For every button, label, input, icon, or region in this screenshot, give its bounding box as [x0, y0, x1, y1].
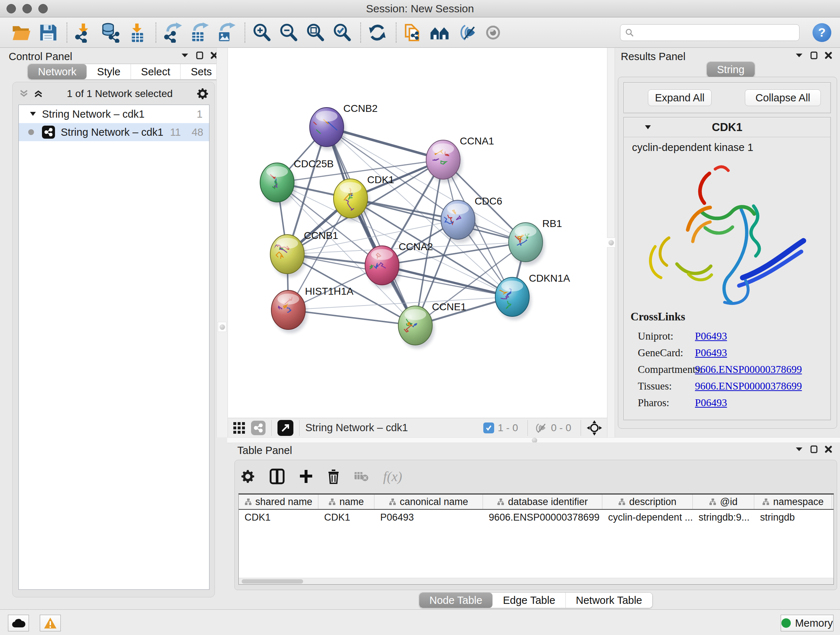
detach-view-icon[interactable] — [278, 420, 294, 436]
network-collection-count: 1 — [197, 108, 202, 120]
node-label-hist1h1a: HIST1H1A — [305, 286, 354, 297]
crosslink-value-link[interactable]: 9606.ENSP00000378699 — [695, 380, 802, 392]
add-column-icon[interactable] — [299, 469, 313, 484]
table-row[interactable]: CDK1CDK1P064939606.ENSP00000378699cyclin… — [239, 510, 834, 525]
search-input[interactable] — [620, 24, 799, 41]
tree-expand-icon[interactable] — [30, 111, 36, 117]
cloud-button[interactable] — [8, 615, 29, 631]
crosslink-value-link[interactable]: 9606.ENSP00000378699 — [695, 363, 802, 375]
export-image-icon[interactable] — [216, 22, 237, 43]
network-icon — [42, 126, 55, 139]
column-header-shared-name[interactable]: shared name — [239, 494, 318, 509]
table-cell[interactable]: cyclin-dependent ... — [602, 512, 693, 523]
show-columns-icon[interactable] — [270, 469, 285, 485]
collapse-all-icon[interactable] — [19, 89, 28, 98]
warnings-button[interactable] — [40, 615, 61, 631]
window-title: Session: New Session — [0, 3, 840, 15]
network-row-selected[interactable]: String Network – cdk1 11 48 — [19, 123, 209, 141]
panel-menu-icon[interactable] — [181, 53, 189, 58]
crosshair-icon[interactable] — [587, 420, 602, 435]
table-cell[interactable]: stringdb:9... — [693, 512, 754, 523]
tab-network[interactable]: Network — [28, 64, 87, 79]
tab-select[interactable]: Select — [131, 64, 181, 79]
node-label-ccnb1: CCNB1 — [304, 230, 338, 241]
network-options-gear-icon[interactable] — [196, 88, 209, 100]
left-splitter-handle[interactable] — [218, 322, 226, 332]
column-header-@id[interactable]: @id — [693, 494, 754, 509]
tab-network-table[interactable]: Network Table — [566, 593, 652, 608]
import-network-from-database-icon[interactable] — [100, 22, 121, 43]
tab-sets[interactable]: Sets — [180, 64, 222, 79]
help-icon[interactable]: ? — [813, 23, 831, 42]
hide-panels-icon[interactable] — [456, 22, 477, 43]
node-label-cdkn1a: CDKN1A — [529, 272, 570, 284]
table-cell[interactable]: stringdb — [754, 512, 832, 523]
cloud-icon — [11, 618, 25, 628]
fit-content-icon[interactable] — [305, 22, 325, 43]
panel-menu-icon[interactable] — [795, 447, 803, 452]
column-header-namespace[interactable]: namespace — [754, 494, 832, 509]
panel-close-icon[interactable] — [825, 446, 832, 453]
network-collection-row[interactable]: String Network – cdk1 1 — [19, 105, 209, 123]
table-cell[interactable]: 9606.ENSP00000378699 — [483, 512, 602, 523]
home-panels-icon[interactable] — [429, 22, 450, 43]
network-edge[interactable] — [382, 265, 512, 297]
tab-edge-table[interactable]: Edge Table — [493, 593, 566, 608]
panel-close-icon[interactable] — [825, 52, 832, 59]
zoom-in-icon[interactable] — [251, 22, 272, 43]
column-header-database-identifier[interactable]: database identifier — [483, 494, 602, 509]
open-session-icon[interactable] — [11, 22, 32, 43]
column-header-description[interactable]: description — [602, 494, 693, 509]
zoom-selected-icon[interactable] — [332, 22, 352, 43]
import-network-from-file-icon[interactable] — [73, 22, 94, 43]
zoom-out-icon[interactable] — [278, 22, 299, 43]
refresh-view-icon[interactable] — [367, 22, 388, 43]
column-header-canonical-name[interactable]: canonical name — [374, 494, 483, 509]
expand-all-icon[interactable] — [34, 89, 43, 98]
crosslink-row: Tissues:9606.ENSP00000378699 — [630, 378, 826, 394]
node-label-cdk1: CDK1 — [367, 174, 394, 185]
crosslink-value-link[interactable]: P06493 — [695, 347, 727, 359]
export-network-icon[interactable] — [162, 22, 183, 43]
collapse-all-button[interactable]: Collapse All — [745, 89, 821, 106]
crosslink-value-link[interactable]: P06493 — [695, 330, 727, 342]
table-cell[interactable]: P06493 — [374, 512, 483, 523]
table-options-gear-icon[interactable] — [240, 469, 255, 484]
column-header-name[interactable]: name — [318, 494, 374, 509]
collapse-entry-icon[interactable] — [644, 125, 652, 130]
tab-string[interactable]: String — [707, 62, 755, 77]
right-splitter[interactable] — [607, 48, 615, 437]
export-table-icon[interactable] — [189, 22, 210, 43]
expand-all-button[interactable]: Expand All — [648, 89, 712, 106]
panel-menu-icon[interactable] — [795, 53, 803, 58]
import-table-from-file-icon[interactable] — [126, 22, 148, 43]
clone-network-icon[interactable] — [402, 22, 423, 43]
scrollbar-thumb[interactable] — [242, 579, 303, 584]
table-cell[interactable]: CDK1 — [318, 512, 374, 523]
show-view-icon[interactable] — [483, 22, 504, 43]
birdseye-grid-icon[interactable] — [233, 422, 245, 434]
panel-float-icon[interactable] — [810, 445, 818, 453]
table-panel: Table Panel f(x) shared namenamecanonica… — [232, 442, 840, 609]
selected-checkbox-icon[interactable] — [483, 423, 494, 433]
tab-node-table[interactable]: Node Table — [419, 593, 493, 608]
network-canvas[interactable]: CCNB2CCNA1CDC25BCDK1CDC6RB1CCNB1CCNA2CDK… — [228, 48, 607, 418]
crosslink-value-link[interactable]: P06493 — [695, 397, 727, 409]
save-session-icon[interactable] — [38, 22, 58, 43]
node-table[interactable]: shared namenamecanonical namedatabase id… — [238, 494, 834, 585]
table-cell[interactable]: CDK1 — [239, 512, 318, 523]
delete-column-icon[interactable] — [327, 469, 340, 484]
crosslink-row: Compartments:9606.ENSP00000378699 — [630, 361, 826, 378]
right-splitter-handle[interactable] — [607, 238, 615, 248]
left-splitter[interactable] — [216, 48, 228, 437]
tab-style[interactable]: Style — [87, 64, 131, 79]
function-builder-icon: f(x) — [383, 469, 402, 485]
panel-float-icon[interactable] — [810, 51, 818, 59]
table-horizontal-scrollbar[interactable] — [239, 578, 834, 584]
gene-entry-header[interactable]: CDK1 — [624, 118, 830, 137]
memory-button[interactable]: Memory — [781, 615, 834, 631]
search-icon — [625, 28, 634, 37]
network-graph[interactable]: CCNB2CCNA1CDC25BCDK1CDC6RB1CCNB1CCNA2CDK… — [228, 48, 607, 418]
network-share-icon[interactable] — [251, 421, 265, 435]
panel-float-icon[interactable] — [196, 51, 203, 59]
